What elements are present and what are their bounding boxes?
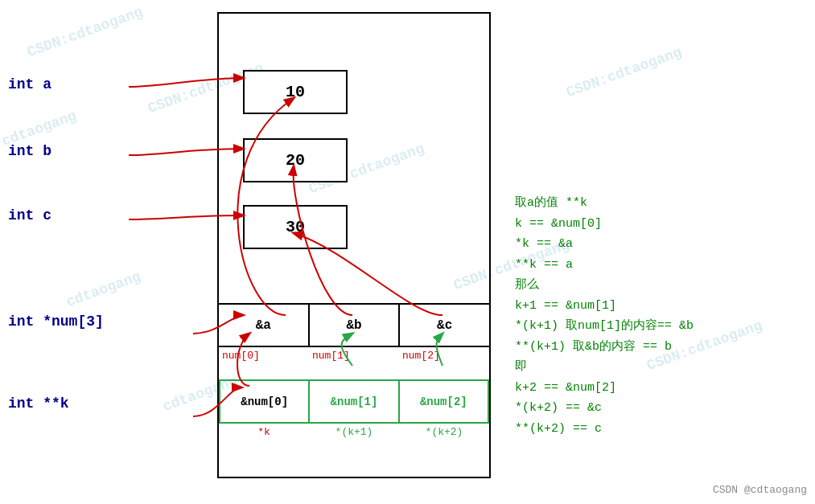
k-sub-2: *(k+2) [399,424,489,440]
exp-line-1: k == &num[0] [515,214,805,235]
exp-line-7: **(k+1) 取&b的内容 == b [515,337,805,358]
label-int-c: int c [8,207,51,223]
num-sub-1: num[1] [309,347,399,363]
cell-b: 20 [243,138,348,182]
num-sub-0: num[0] [219,347,309,363]
label-int-a: int a [8,76,51,92]
k-sublabels: *k *(k+1) *(k+2) [219,424,489,440]
k-cell-1: &num[1] [310,381,399,422]
label-int-b: int b [8,143,51,159]
k-array-row: &num[0] &num[1] &num[2] [219,379,489,424]
watermark-5: CSDN:cdtaogang [564,44,684,101]
cell-a: 10 [243,70,348,114]
label-int-k: int **k [8,395,69,412]
cell-c-value: 30 [286,218,305,236]
num-cell-2: &c [400,305,489,346]
exp-line-2: *k == &a [515,234,805,255]
credit-text: CSDN @cdtaogang [713,484,807,496]
exp-line-9: k+2 == &num[2] [515,378,805,399]
exp-line-10: *(k+2) == &c [515,398,805,419]
num-sub-2: num[2] [399,347,489,363]
labels-column: int a int b int c int *num[3] int **k [0,0,209,482]
exp-line-4: 那么 [515,275,805,296]
cell-c: 30 [243,205,348,249]
k-cell-2: &num[2] [400,381,488,422]
exp-line-8: 即 [515,357,805,378]
label-int-num: int *num[3] [8,313,104,330]
k-cell-0: &num[0] [220,381,310,422]
exp-line-6: *(k+1) 取num[1]的内容== &b [515,316,805,337]
num-cell-1: &b [310,305,401,346]
memory-box: 10 20 30 &a &b &c num[0] num[1] num[2] &… [217,12,491,478]
num-cell-0: &a [219,305,310,346]
exp-line-0: 取a的值 **k [515,193,805,214]
cell-a-value: 10 [286,83,305,101]
explanation-panel: 取a的值 **k k == &num[0] *k == &a **k == a … [515,193,805,439]
exp-line-3: **k == a [515,255,805,276]
num-sublabels: num[0] num[1] num[2] [219,347,489,363]
num-array-row: &a &b &c [219,303,489,347]
k-sub-1: *(k+1) [309,424,399,440]
cell-b-value: 20 [286,151,305,170]
exp-line-11: **(k+2) == c [515,419,805,440]
k-sub-0: *k [219,424,309,440]
exp-line-5: k+1 == &num[1] [515,296,805,317]
